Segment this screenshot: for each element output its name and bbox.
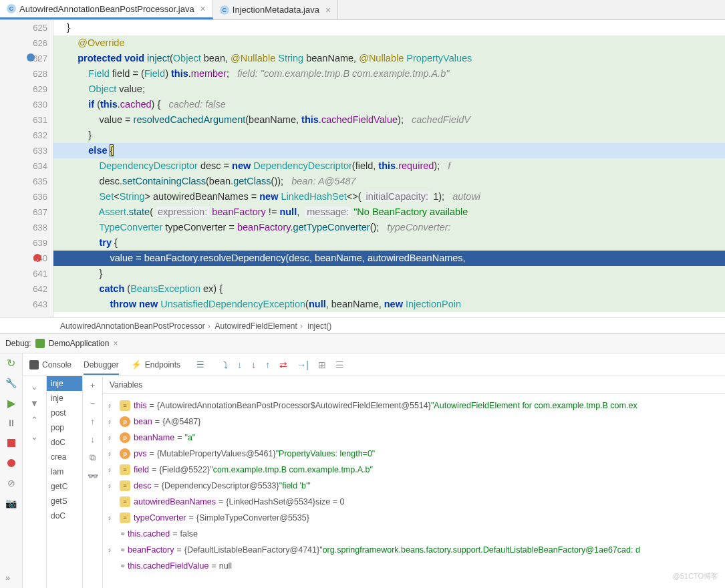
code-text[interactable]: } @Override protected void inject(Object… [53,20,725,317]
frame-item[interactable]: pop [47,420,82,435]
step-out-icon[interactable]: ↑ [265,359,270,370]
field-icon: ≡ [120,496,130,507]
add-watch-icon[interactable]: + [90,380,96,390]
expand-icon[interactable]: › [108,465,116,474]
frame-item[interactable]: getC [47,479,82,494]
tab-label: AutowiredAnnotationBeanPostProcessor.jav… [19,4,194,14]
variables-tree[interactable]: ›≡this = {AutowiredAnnotationBeanPostPro… [103,394,725,588]
stop-icon[interactable] [6,438,17,448]
line-num: 641 [0,266,47,281]
step-over-icon[interactable]: ⤵ [223,359,228,370]
breakpoint-icon[interactable] [33,254,41,262]
expand-icon[interactable]: › [108,481,116,490]
evaluate-icon[interactable]: ⊞ [318,359,326,370]
variable-row[interactable]: ⚭this.cachedFieldValue = null [103,558,725,574]
tab-file-2[interactable]: C InjectionMetadata.java × [213,0,338,19]
frame-item[interactable]: doC [47,508,82,523]
tab-file-1[interactable]: C AutowiredAnnotationBeanPostProcessor.j… [0,0,213,19]
frame-item[interactable]: crea [47,450,82,464]
down-icon[interactable]: ↓ [90,434,95,444]
filter-icon[interactable]: ▼ [30,398,39,408]
line-num: 631 [0,112,47,128]
step-into-icon[interactable]: ↓ [237,359,242,370]
frame-item[interactable]: post [47,406,82,420]
line-num: 629 [0,82,47,97]
frame-item[interactable]: inje [47,376,82,391]
copy-icon[interactable]: ⧉ [90,452,96,463]
expand-icon[interactable]: › [108,433,116,442]
line-num: 627↑ [0,51,47,66]
watermark: @51CTO博客 [673,571,718,581]
breadcrumb-item[interactable]: AutowiredFieldElement [214,321,297,331]
variable-row[interactable]: ›≡field = {Field@5522} "com.example.tmp.… [103,462,725,478]
run-to-cursor-icon[interactable]: →| [297,359,309,370]
chevron-down-icon[interactable]: ⌄ [31,382,38,392]
expand-icon[interactable]: › [108,401,116,410]
remove-watch-icon[interactable]: − [90,398,96,408]
param-icon: p [120,432,130,443]
close-icon[interactable]: × [325,5,331,15]
debug-panel: ↻ 🔧 ▶ ⏸ ⊘ 📷 Console Debugger ⚡ Endpoints… [0,353,725,588]
snapshot-icon[interactable]: 📷 [6,498,17,508]
glasses-icon[interactable]: 👓 [88,471,98,481]
code-editor: 625 626 627↑ 628 629 630 631 632 633 634… [0,20,725,317]
variable-row[interactable]: ⚭this.cached = false [103,526,725,542]
force-step-into-icon[interactable]: ↓ [251,359,256,370]
variable-row[interactable]: ›ppvs = {MutablePropertyValues@5461} "Pr… [103,446,725,462]
field-icon: ≡ [120,400,130,411]
variable-row[interactable]: ≡autowiredBeanNames = {LinkedHashSet@553… [103,494,725,510]
expand-icon[interactable]: › [108,449,116,458]
close-icon[interactable]: × [200,3,206,14]
breadcrumb-item[interactable]: AutowiredAnnotationBeanPostProcessor [60,321,205,331]
frames-toolbar: ⌄ ▼ ⌃ ⌄ [23,376,47,588]
link-icon: ⚭ [120,530,124,539]
variable-row[interactable]: ›≡this = {AutowiredAnnotationBeanPostPro… [103,398,725,414]
variable-row[interactable]: ›pbean = {A@5487} [103,414,725,430]
more-icon[interactable]: » [5,573,10,583]
frame-item[interactable]: lam [47,464,82,479]
variable-row[interactable]: ›≡desc = {DependencyDescriptor@5533} "fi… [103,478,725,494]
endpoint-icon: ⚡ [131,359,142,370]
line-num: 636 [0,189,47,204]
threads-icon[interactable]: ☰ [196,359,204,370]
variable-row[interactable]: ›≡typeConverter = {SimpleTypeConverter@5… [103,510,725,526]
breadcrumb[interactable]: AutowiredAnnotationBeanPostProcessor› Au… [0,317,725,333]
line-num: 634 [0,158,47,174]
close-icon[interactable]: × [113,339,118,348]
vars-toolbar: + − ↑ ↓ ⧉ 👓 [83,376,103,588]
pause-icon[interactable]: ⏸ [6,418,17,428]
override-marker-icon[interactable] [27,53,35,61]
breadcrumb-item[interactable]: inject() [307,321,331,331]
line-num: 625 [0,20,47,35]
expand-icon[interactable]: › [108,417,116,426]
breakpoint-view-icon[interactable] [6,458,17,468]
run-config-name[interactable]: DemoApplication [49,339,110,348]
drop-frame-icon[interactable]: ⇄ [279,359,287,370]
link-icon: ⚭ [120,562,124,571]
debug-tabs: Console Debugger ⚡ Endpoints ☰ ⤵ ↓ ↓ ↑ ⇄… [23,353,725,376]
frame-item[interactable]: doC [47,435,82,450]
frame-item[interactable]: getS [47,494,82,508]
resume-icon[interactable]: ▶ [6,398,17,408]
param-icon: p [120,416,130,427]
up-icon[interactable]: ↑ [90,416,95,426]
chevron-up-icon[interactable]: ⌃ [31,415,38,425]
tab-debugger[interactable]: Debugger [84,360,119,375]
expand-icon[interactable]: › [108,513,116,523]
tab-console[interactable]: Console [29,360,71,370]
mute-breakpoints-icon[interactable]: ⊘ [6,478,17,488]
more-icon[interactable]: ☰ [335,359,344,370]
settings-icon[interactable]: 🔧 [6,378,17,388]
line-num: 630 [0,97,47,112]
frame-item[interactable]: inje [47,391,82,406]
java-class-icon: C [7,4,16,13]
variable-row[interactable]: ›⚭beanFactory = {DefaultListableBeanFact… [103,542,725,558]
expand-icon[interactable]: › [108,545,116,555]
tab-endpoints[interactable]: ⚡ Endpoints [131,359,180,370]
line-num: 635 [0,174,47,189]
arrow-up-icon: ↑ [37,51,40,66]
chevron-down-icon[interactable]: ⌄ [31,432,38,442]
rerun-icon[interactable]: ↻ [6,357,17,368]
variable-row[interactable]: ›pbeanName = "a" [103,430,725,446]
line-num: 642 [0,281,47,297]
